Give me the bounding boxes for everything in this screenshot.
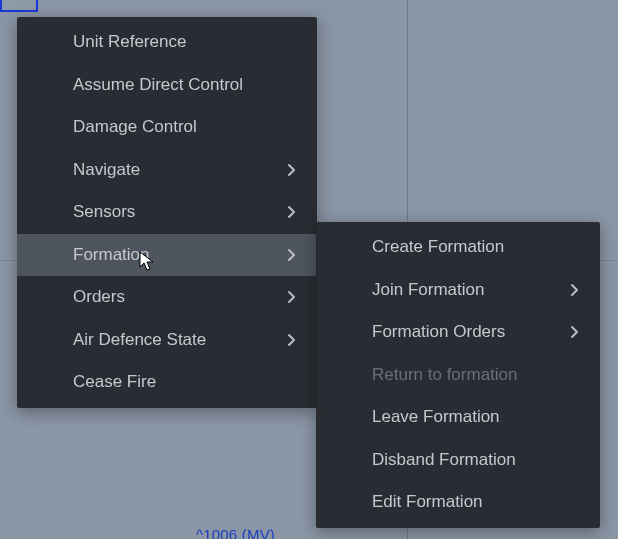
- submenu-formation: Create Formation Join Formation Formatio…: [316, 222, 600, 528]
- menu-item-label: Create Formation: [372, 237, 582, 257]
- menu-item-orders[interactable]: Orders: [17, 276, 317, 319]
- menu-item-air-defence-state[interactable]: Air Defence State: [17, 319, 317, 362]
- menu-item-unit-reference[interactable]: Unit Reference: [17, 21, 317, 64]
- menu-item-label: Return to formation: [372, 365, 582, 385]
- map-unit-label: ^1006 (MV): [196, 526, 275, 539]
- submenu-item-edit-formation[interactable]: Edit Formation: [316, 481, 600, 524]
- menu-item-cease-fire[interactable]: Cease Fire: [17, 361, 317, 404]
- menu-item-label: Navigate: [73, 160, 283, 180]
- menu-item-label: Sensors: [73, 202, 283, 222]
- menu-item-formation[interactable]: Formation: [17, 234, 317, 277]
- menu-item-label: Unit Reference: [73, 32, 299, 52]
- unit-marker[interactable]: [0, 0, 38, 12]
- menu-item-assume-direct-control[interactable]: Assume Direct Control: [17, 64, 317, 107]
- submenu-item-leave-formation[interactable]: Leave Formation: [316, 396, 600, 439]
- submenu-item-create-formation[interactable]: Create Formation: [316, 226, 600, 269]
- menu-item-label: Leave Formation: [372, 407, 582, 427]
- chevron-right-icon: [566, 282, 582, 298]
- chevron-right-icon: [283, 247, 299, 263]
- menu-item-label: Orders: [73, 287, 283, 307]
- submenu-item-join-formation[interactable]: Join Formation: [316, 269, 600, 312]
- submenu-item-formation-orders[interactable]: Formation Orders: [316, 311, 600, 354]
- menu-item-label: Formation Orders: [372, 322, 566, 342]
- menu-item-sensors[interactable]: Sensors: [17, 191, 317, 234]
- chevron-right-icon: [283, 162, 299, 178]
- submenu-item-disband-formation[interactable]: Disband Formation: [316, 439, 600, 482]
- menu-item-navigate[interactable]: Navigate: [17, 149, 317, 192]
- menu-item-damage-control[interactable]: Damage Control: [17, 106, 317, 149]
- chevron-right-icon: [283, 332, 299, 348]
- menu-item-label: Cease Fire: [73, 372, 299, 392]
- chevron-right-icon: [566, 324, 582, 340]
- context-menu: Unit Reference Assume Direct Control Dam…: [17, 17, 317, 408]
- menu-item-label: Edit Formation: [372, 492, 582, 512]
- menu-item-label: Formation: [73, 245, 283, 265]
- submenu-item-return-to-formation: Return to formation: [316, 354, 600, 397]
- menu-item-label: Damage Control: [73, 117, 299, 137]
- menu-item-label: Assume Direct Control: [73, 75, 299, 95]
- chevron-right-icon: [283, 289, 299, 305]
- menu-item-label: Disband Formation: [372, 450, 582, 470]
- menu-item-label: Join Formation: [372, 280, 566, 300]
- chevron-right-icon: [283, 204, 299, 220]
- menu-item-label: Air Defence State: [73, 330, 283, 350]
